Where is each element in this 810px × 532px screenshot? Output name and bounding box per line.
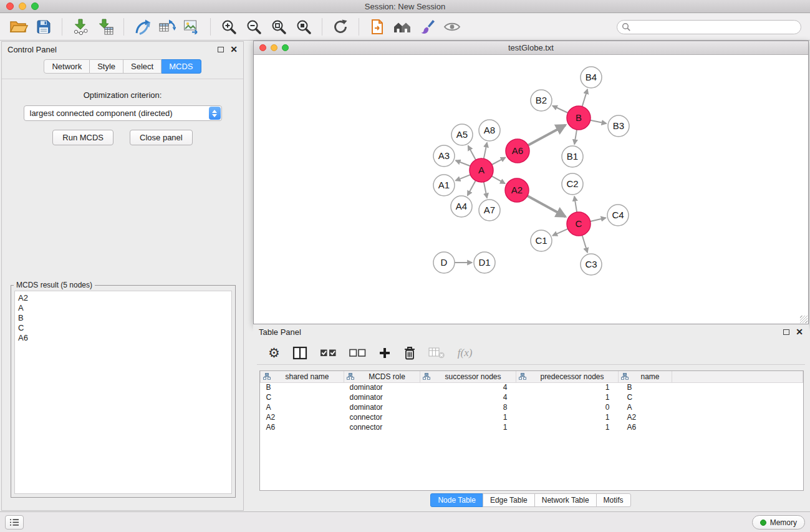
column-header-predecessor-nodes[interactable]: predecessor nodes bbox=[516, 371, 619, 382]
graph-edge-B-B4[interactable] bbox=[582, 89, 588, 107]
save-session-button[interactable] bbox=[31, 16, 56, 38]
mcds-result-list[interactable]: A2ABCA6 bbox=[14, 291, 232, 494]
first-neighbors-button[interactable] bbox=[390, 16, 415, 38]
zoom-in-button[interactable] bbox=[216, 16, 241, 38]
panel-menu-button[interactable] bbox=[5, 515, 24, 530]
graph-edge-A-A8[interactable] bbox=[484, 143, 487, 159]
show-hide-elements-button[interactable] bbox=[440, 16, 465, 38]
graph-edge-C-C2[interactable] bbox=[574, 196, 577, 212]
graph-node-A6[interactable]: A6 bbox=[506, 139, 529, 163]
delete-table-button[interactable] bbox=[428, 344, 445, 362]
import-table-from-file-button[interactable] bbox=[93, 16, 118, 38]
graph-node-A1[interactable]: A1 bbox=[433, 175, 455, 196]
criterion-dropdown[interactable]: largest connected component (directed) bbox=[24, 105, 222, 121]
zoom-selected-region-button[interactable] bbox=[291, 16, 316, 38]
graph-edge-A2-C[interactable] bbox=[528, 196, 566, 216]
network-window-titlebar[interactable]: testGlobe.txt bbox=[254, 41, 808, 55]
graph-edge-C-C3[interactable] bbox=[582, 235, 588, 253]
column-header-mcds-role[interactable]: MCDS role bbox=[344, 371, 420, 382]
minimize-network-window-icon[interactable] bbox=[271, 44, 277, 51]
network-canvas[interactable]: B4B2BB3A5A8A6B1A3AC2A1A2A4A7C4CC1C3DD1 bbox=[254, 56, 808, 324]
close-panel-icon[interactable]: ✕ bbox=[230, 46, 238, 52]
maximize-window-icon[interactable] bbox=[31, 2, 39, 10]
export-image-button[interactable] bbox=[180, 16, 205, 38]
tab-mcds[interactable]: MCDS bbox=[162, 59, 201, 74]
graph-edge-A-A2[interactable] bbox=[492, 176, 505, 183]
graph-node-A7[interactable]: A7 bbox=[479, 200, 500, 221]
zoom-out-button[interactable] bbox=[241, 16, 266, 38]
refresh-view-button[interactable] bbox=[328, 16, 353, 38]
function-builder-button[interactable]: f(x) bbox=[458, 344, 473, 362]
mcds-result-item[interactable]: A6 bbox=[18, 333, 228, 343]
close-network-window-icon[interactable] bbox=[259, 44, 266, 51]
graph-node-B[interactable]: B bbox=[567, 106, 591, 130]
graph-node-C[interactable]: C bbox=[567, 212, 591, 236]
mcds-result-item[interactable]: B bbox=[18, 313, 228, 323]
mcds-result-item[interactable]: A bbox=[18, 303, 228, 313]
table-row-B[interactable]: Bdominator41B bbox=[261, 382, 803, 392]
graph-edge-A-A3[interactable] bbox=[456, 160, 471, 166]
graph-edge-A-A4[interactable] bbox=[468, 181, 476, 196]
open-document-button[interactable] bbox=[365, 16, 390, 38]
graph-edge-A-A6[interactable] bbox=[492, 157, 506, 165]
graph-node-A5[interactable]: A5 bbox=[451, 124, 473, 145]
graph-edge-A-A1[interactable] bbox=[456, 175, 471, 181]
import-network-from-file-button[interactable] bbox=[68, 16, 93, 38]
graph-node-B3[interactable]: B3 bbox=[608, 115, 629, 137]
graph-node-A8[interactable]: A8 bbox=[479, 120, 500, 141]
graph-node-A4[interactable]: A4 bbox=[451, 196, 472, 217]
close-window-icon[interactable] bbox=[6, 2, 14, 10]
tab-motifs[interactable]: Motifs bbox=[596, 493, 631, 507]
tab-style[interactable]: Style bbox=[90, 59, 123, 74]
graph-edge-B-B2[interactable] bbox=[552, 106, 568, 114]
graph-edge-C-C4[interactable] bbox=[591, 218, 606, 221]
tab-select[interactable]: Select bbox=[123, 59, 162, 74]
delete-column-button[interactable] bbox=[403, 344, 416, 362]
graph-edge-A-A7[interactable] bbox=[484, 182, 487, 198]
open-session-button[interactable] bbox=[6, 16, 31, 38]
deselect-all-rows-button[interactable] bbox=[349, 344, 366, 362]
table-row-A2[interactable]: A2connector11A2 bbox=[261, 412, 803, 422]
memory-button[interactable]: Memory bbox=[752, 515, 805, 530]
graph-node-B2[interactable]: B2 bbox=[531, 90, 552, 111]
create-new-column-button[interactable] bbox=[378, 344, 391, 362]
new-network-button[interactable] bbox=[130, 16, 155, 38]
graph-edge-B-B1[interactable] bbox=[574, 130, 577, 145]
graph-node-C2[interactable]: C2 bbox=[562, 173, 583, 195]
column-header-shared-name[interactable]: shared name bbox=[261, 371, 344, 382]
maximize-network-window-icon[interactable] bbox=[282, 44, 289, 51]
graph-node-D1[interactable]: D1 bbox=[474, 252, 495, 273]
float-panel-icon[interactable] bbox=[218, 47, 224, 52]
graph-node-B1[interactable]: B1 bbox=[562, 146, 583, 167]
graph-node-A2[interactable]: A2 bbox=[505, 178, 529, 202]
zoom-fit-content-button[interactable] bbox=[266, 16, 291, 38]
tab-network-table[interactable]: Network Table bbox=[534, 493, 597, 507]
run-mcds-button[interactable]: Run MCDS bbox=[52, 130, 113, 145]
table-row-A[interactable]: Adominator80A bbox=[261, 402, 803, 412]
column-header-name[interactable]: name bbox=[619, 371, 672, 382]
graph-edge-A-A5[interactable] bbox=[468, 146, 476, 160]
mcds-result-item[interactable]: A2 bbox=[18, 293, 228, 303]
table-settings-button[interactable]: ⚙ bbox=[268, 344, 280, 362]
graph-node-B4[interactable]: B4 bbox=[581, 67, 602, 88]
graph-node-C4[interactable]: C4 bbox=[607, 205, 629, 226]
minimize-window-icon[interactable] bbox=[19, 2, 26, 10]
network-graph[interactable]: B4B2BB3A5A8A6B1A3AC2A1A2A4A7C4CC1C3DD1 bbox=[254, 56, 808, 324]
close-panel-button[interactable]: Close panel bbox=[130, 130, 193, 145]
graph-node-A3[interactable]: A3 bbox=[433, 145, 455, 167]
graph-node-C1[interactable]: C1 bbox=[531, 230, 552, 251]
graph-node-C3[interactable]: C3 bbox=[581, 254, 602, 275]
graph-edge-C-C1[interactable] bbox=[552, 229, 568, 236]
show-column-panel-button[interactable] bbox=[292, 344, 307, 362]
graph-node-A[interactable]: A bbox=[470, 158, 493, 182]
select-all-rows-button[interactable] bbox=[320, 344, 337, 362]
graph-edge-A6-B[interactable] bbox=[528, 125, 566, 145]
new-network-from-table-button[interactable] bbox=[155, 16, 180, 38]
search-input[interactable] bbox=[617, 20, 801, 34]
graph-node-D[interactable]: D bbox=[433, 252, 455, 273]
resize-grip[interactable] bbox=[800, 316, 808, 323]
column-header-successor-nodes[interactable]: successor nodes bbox=[420, 371, 516, 382]
mcds-result-item[interactable]: C bbox=[18, 323, 228, 333]
table-row-A6[interactable]: A6connector11A6 bbox=[261, 422, 803, 432]
tab-network[interactable]: Network bbox=[44, 59, 90, 74]
